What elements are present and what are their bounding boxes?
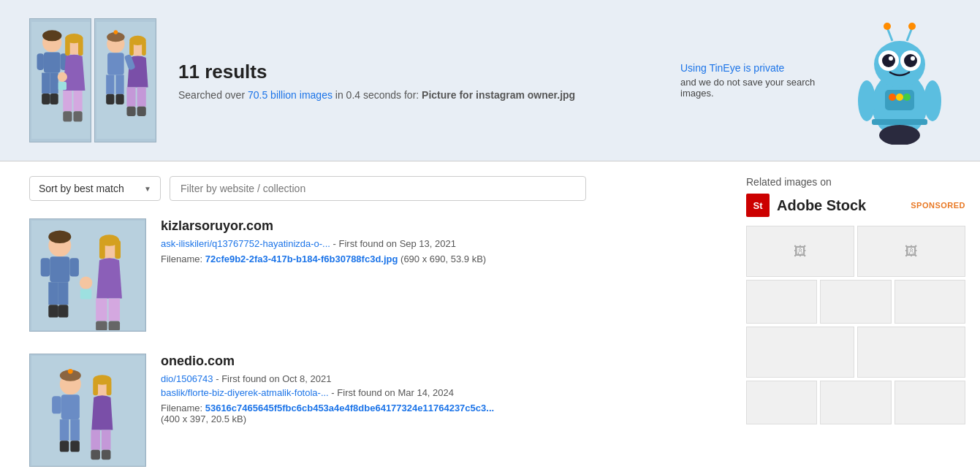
svg-point-47	[884, 23, 891, 30]
svg-point-42	[882, 54, 895, 67]
svg-rect-7	[37, 53, 43, 70]
result-path-link-2[interactable]: dio/1506743	[161, 373, 213, 384]
related-thumb-2[interactable]: 🖼	[857, 226, 965, 277]
filter-bar: Sort by best match ▼	[29, 176, 710, 201]
search-info: Searched over 70.5 billion images in 0.4…	[178, 89, 658, 101]
svg-rect-57	[872, 119, 927, 125]
result-date2-2-val: First found on Mar 14, 2024	[337, 387, 454, 398]
svg-point-54	[889, 94, 896, 101]
figure-left-svg	[31, 22, 90, 139]
svg-rect-26	[115, 94, 124, 104]
svg-rect-3	[42, 73, 50, 94]
svg-rect-62	[58, 282, 68, 305]
svg-rect-36	[142, 40, 146, 56]
sidebar-column: Related images on St Adobe Stock SPONSOR…	[739, 161, 980, 469]
svg-rect-64	[58, 305, 68, 317]
results-count: 11 results	[178, 61, 658, 83]
svg-rect-75	[115, 240, 121, 259]
svg-point-76	[79, 276, 91, 289]
billion-images-link[interactable]: 70.5 billion images	[248, 89, 333, 101]
adobe-stock-header: St Adobe Stock SPONSORED	[746, 194, 965, 217]
svg-point-44	[889, 56, 893, 61]
svg-rect-32	[126, 107, 135, 116]
svg-rect-77	[80, 289, 91, 299]
svg-rect-74	[99, 240, 105, 259]
related-thumb-10[interactable]	[894, 381, 965, 424]
result-info-2: onedio.com dio/1506743 - First found on …	[161, 354, 710, 424]
svg-rect-13	[63, 111, 72, 121]
svg-rect-95	[106, 379, 111, 394]
related-grid-row3	[746, 327, 965, 378]
main-content: Sort by best match ▼	[0, 161, 980, 469]
result-thumb-1-svg	[31, 221, 145, 330]
result-date-1: First found on Sep 13, 2021	[339, 238, 456, 249]
result-thumb-2-svg	[31, 356, 145, 465]
related-grid-row4	[746, 381, 965, 424]
related-thumb-5[interactable]	[894, 280, 965, 324]
svg-point-51	[924, 80, 941, 121]
chevron-down-icon: ▼	[144, 185, 151, 193]
svg-rect-80	[61, 394, 79, 419]
svg-point-45	[911, 56, 915, 61]
sort-dropdown[interactable]: Sort by best match ▼	[29, 176, 161, 201]
svg-rect-33	[137, 107, 145, 116]
related-grid-row2	[746, 280, 965, 324]
svg-rect-82	[70, 419, 80, 441]
result-thumbnail-2	[29, 354, 146, 467]
svg-rect-5	[42, 94, 50, 104]
privacy-info: Using TinEye is private and we do not sa…	[680, 62, 827, 99]
sort-label: Sort by best match	[39, 183, 124, 194]
svg-point-55	[896, 94, 903, 101]
svg-rect-6	[50, 94, 58, 104]
related-thumb-8[interactable]	[746, 381, 817, 424]
svg-rect-78	[31, 356, 145, 465]
result-date-2: -	[216, 373, 221, 384]
related-thumb-6[interactable]	[746, 327, 854, 378]
svg-rect-25	[106, 94, 114, 104]
svg-rect-87	[52, 396, 61, 413]
svg-rect-71	[96, 321, 107, 330]
filter-input[interactable]	[170, 176, 586, 201]
result-filename-2: Filename: 53616c7465645f5fbc6cb453a4e4f8…	[161, 403, 710, 413]
privacy-link[interactable]: Using TinEye is private	[680, 62, 784, 74]
related-thumb-7[interactable]	[857, 327, 965, 378]
result-filename-1: Filename: 72cfe9b2-2fa3-417b-b184-f6b307…	[161, 253, 710, 264]
svg-point-56	[903, 94, 911, 101]
related-grid-2col: 🖼 🖼	[746, 226, 965, 277]
result-filename-link-1[interactable]: 72cfe9b2-2fa3-417b-b184-f6b30788fc3d.jpg	[205, 253, 398, 264]
query-image-left	[29, 18, 91, 142]
svg-rect-12	[73, 91, 82, 111]
related-thumb-1[interactable]: 🖼	[746, 226, 854, 277]
search-info-suffix: in 0.4 seconds for:	[333, 89, 422, 101]
result-domain-1: kizlarsoruyor.com	[161, 218, 710, 234]
sponsored-badge: SPONSORED	[911, 201, 965, 210]
svg-point-50	[858, 80, 875, 121]
related-grid-2col-2	[746, 327, 965, 378]
adobe-stock-logo: St	[746, 194, 770, 217]
svg-point-67	[48, 230, 71, 243]
result-path2-link-2[interactable]: baslik/florte-biz-diyerek-atmalik-fotola…	[161, 387, 329, 398]
results-column: Sort by best match ▼	[0, 161, 739, 469]
svg-rect-69	[96, 298, 107, 321]
search-info-prefix: Searched over	[178, 89, 248, 101]
header-info: 11 results Searched over 70.5 billion im…	[178, 61, 658, 101]
related-thumb-3[interactable]	[746, 280, 817, 324]
related-thumb-4[interactable]	[820, 280, 891, 324]
filename-label-1: Filename:	[161, 253, 202, 264]
result-filename-link-2[interactable]: 53616c7465645f5fbc6cb453a4e4f8dbe6417732…	[205, 403, 494, 413]
result-path-link-1[interactable]: ask-iliskileri/q13767752-hayatinizda-o-.…	[161, 238, 330, 249]
svg-rect-35	[129, 40, 134, 56]
svg-point-18	[57, 72, 67, 82]
svg-rect-63	[48, 305, 58, 317]
result-item-2: onedio.com dio/1506743 - First found on …	[29, 354, 710, 467]
result-info-1: kizlarsoruyor.com ask-iliskileri/q137677…	[161, 218, 710, 264]
related-thumb-9[interactable]	[820, 381, 891, 424]
svg-rect-89	[91, 430, 100, 449]
svg-point-9	[42, 30, 61, 41]
svg-point-86	[67, 368, 72, 373]
search-query: Picture for instagram owner.jpg	[422, 89, 575, 101]
broken-img-icon-2: 🖼	[905, 244, 918, 259]
svg-point-49	[908, 23, 916, 30]
result-date-2-val: First found on Oct 8, 2021	[221, 373, 331, 384]
svg-rect-66	[69, 258, 79, 276]
